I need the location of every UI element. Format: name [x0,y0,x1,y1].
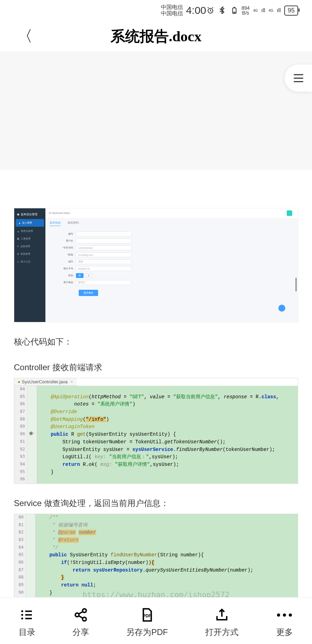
open-icon [215,607,229,623]
bottom-toolbar: 目录 分享 PDF 另存为PDF 打开方式 更多 [0,597,312,644]
save-pdf-button[interactable]: PDF 另存为PDF [126,607,168,638]
signal-icon-1: ıll [261,7,266,14]
share-icon [73,607,88,623]
carrier-text: 中国电信 中国电信 [161,4,183,16]
signal-icon-2: ıll [277,7,281,14]
battery-icon [230,6,238,15]
share-button[interactable]: 分享 [72,607,89,638]
svg-text:PDF: PDF [143,613,151,618]
svg-point-6 [21,618,23,620]
side-menu-button[interactable] [284,64,312,92]
svg-line-14 [79,616,83,618]
svg-line-13 [79,611,83,614]
code-file-tab: ●SysUserController.java× [14,378,77,386]
controller-heading: Controller 接收前端请求 [14,361,298,374]
service-heading: Service 做查询处理，返回当前用户信息： [14,497,298,510]
data-rate: 894 B/s [242,6,250,15]
page-title: 系统报告.docx [33,27,279,46]
toc-button[interactable]: 目录 [19,607,35,638]
title-bar: 〈 系统报告.docx [0,21,312,52]
clock-text: 4:00 [186,5,206,16]
battery-text: 95 [284,6,298,16]
admin-panel-screenshot: ◉基本后台管理 ▲业上管理 ▲管理员管理 ▣工资管理 ✈业务管理 ⚙系统管理 ▭… [14,208,298,322]
document-content: ◉基本后台管理 ▲业上管理 ▲管理员管理 ▣工资管理 ✈业务管理 ⚙系统管理 ▭… [0,52,312,643]
status-bar: 中国电信 中国电信 4:00 894 B/s 4G ıll 4G ıll 95 [0,0,312,21]
avatar-icon [287,210,292,216]
core-code-heading: 核心代码如下： [14,336,298,348]
svg-point-11 [83,609,86,613]
svg-rect-3 [233,12,235,13]
svg-point-5 [21,614,23,616]
svg-point-12 [83,617,86,621]
svg-point-4 [21,610,23,612]
svg-point-10 [75,613,79,617]
net-4g-2: 4G [269,9,273,12]
hamburger-icon [294,74,303,82]
bluetooth-icon [218,6,226,15]
alarm-icon [206,6,215,15]
admin-sidebar: ◉基本后台管理 ▲业上管理 ▲管理员管理 ▣工资管理 ✈业务管理 ⚙系统管理 ▭… [14,208,45,322]
open-with-button[interactable]: 打开方式 [205,607,239,638]
net-4g-1: 4G [253,9,258,12]
list-icon [20,607,34,623]
code-block-2: 80 /** 81 * 根据编号查询 82 * @param number 83… [14,514,298,604]
svg-rect-2 [234,7,235,8]
back-button[interactable]: 〈 [17,26,33,46]
more-button[interactable]: 更多 [276,607,293,638]
more-icon [276,607,293,623]
code-block-1: ●SysUserController.java× 84 85 @ApiOpera… [14,378,298,484]
pdf-icon: PDF [140,607,154,623]
